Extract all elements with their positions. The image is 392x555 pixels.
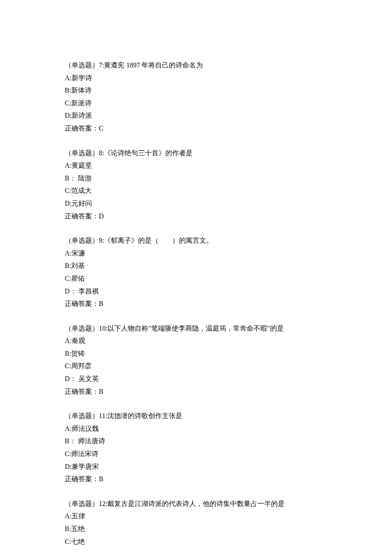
option-label: C: xyxy=(65,362,71,369)
option-text: 新派诗 xyxy=(71,99,92,107)
option-label: B: xyxy=(65,262,71,269)
option-line: B:贺铸 xyxy=(65,347,337,360)
answer-line: 正确答案：B xyxy=(65,385,337,398)
option-text: 黄庭坚 xyxy=(72,162,92,169)
option-line: B： 陆游 xyxy=(65,172,337,185)
option-text: 新学诗 xyxy=(72,74,92,81)
option-text: 师法宋诗 xyxy=(71,450,98,457)
option-text: 秦观 xyxy=(72,337,85,344)
question-prefix: （单选题）11: xyxy=(65,412,107,419)
option-label: C: xyxy=(65,538,71,545)
question-prefix: （单选题）12: xyxy=(65,500,107,507)
option-label: D: xyxy=(65,463,72,470)
option-label: C: xyxy=(65,275,71,282)
answer-label: 正确答案： xyxy=(65,212,99,220)
option-line: C:师法宋诗 xyxy=(65,447,337,460)
option-line: A:黄庭坚 xyxy=(65,159,337,172)
answer-value: B xyxy=(99,475,104,482)
question-prefix: （单选题）8: xyxy=(65,149,104,157)
question-line: （单选题）9:《郁离子》的是（ ）的寓言文。 xyxy=(65,234,337,247)
option-text: 新诗派 xyxy=(72,112,92,119)
option-text: 七绝 xyxy=(71,538,85,545)
option-label: C: xyxy=(65,187,71,194)
option-line: C:新派诗 xyxy=(65,97,337,110)
option-line: A:新学诗 xyxy=(65,72,337,84)
answer-line: 正确答案：D xyxy=(65,210,337,223)
option-line: B:刘基 xyxy=(65,259,337,272)
question-prefix: （单选题）9: xyxy=(65,237,104,244)
option-label: D： xyxy=(65,375,77,382)
document-page: （单选题）7:黄遵宪 1897 年将自己的诗命名为 A:新学诗 B:新体诗 C:… xyxy=(0,0,392,555)
answer-value: B xyxy=(99,300,104,307)
answer-label: 正确答案： xyxy=(65,388,99,395)
question-text: 《郁离子》的是（ ）的寓言文。 xyxy=(104,237,213,244)
option-line: C:七绝 xyxy=(65,535,337,548)
option-label: B: xyxy=(65,350,71,357)
answer-value: B xyxy=(99,388,104,395)
answer-label: 正确答案： xyxy=(65,125,99,132)
question-prefix: （单选题）10: xyxy=(65,325,107,332)
option-text: 贺铸 xyxy=(71,350,85,357)
option-text: 师法汉魏 xyxy=(72,425,99,432)
answer-value: D xyxy=(99,212,104,220)
option-text: 兼学唐宋 xyxy=(72,463,99,470)
option-text: 陆游 xyxy=(76,174,92,182)
question-line: （单选题）11:沈德潜的诗歌创作主张是 xyxy=(65,410,337,422)
option-line: B： 师法唐诗 xyxy=(65,435,337,447)
question-block: （单选题）11:沈德潜的诗歌创作主张是 A:师法汉魏 B： 师法唐诗 C:师法宋… xyxy=(65,410,337,485)
question-block: （单选题）8:《论诗绝句三十首》的作者是 A:黄庭坚 B： 陆游 C:范成大 D… xyxy=(65,147,337,223)
option-label: A: xyxy=(65,162,72,169)
option-line: C:范成大 xyxy=(65,184,337,197)
question-block: （单选题）10:以下人物自称"笔端驱使李商隐，温庭筠，常奔命不暇"的是 A:秦观… xyxy=(65,322,337,398)
question-text: 《论诗绝句三十首》的作者是 xyxy=(104,149,193,157)
question-block: （单选题）7:黄遵宪 1897 年将自己的诗命名为 A:新学诗 B:新体诗 C:… xyxy=(65,59,337,135)
option-text: 瞿佑 xyxy=(71,275,85,282)
option-line: A:师法汉魏 xyxy=(65,422,337,435)
answer-line: 正确答案：C xyxy=(65,122,337,135)
question-block: （单选题）12:戴复古是江湖诗派的代表诗人，他的诗集中数量占一半的是 A:五律 … xyxy=(65,497,337,548)
option-line: D： 吴文英 xyxy=(65,372,337,385)
option-label: A: xyxy=(65,512,72,520)
question-line: （单选题）12:戴复古是江湖诗派的代表诗人，他的诗集中数量占一半的是 xyxy=(65,497,337,510)
option-line: B:五绝 xyxy=(65,523,337,535)
question-block: （单选题）9:《郁离子》的是（ ）的寓言文。 A:宋濂 B:刘基 C:瞿佑 D：… xyxy=(65,234,337,310)
option-text: 刘基 xyxy=(71,262,85,269)
option-label: B: xyxy=(65,87,71,94)
option-label: B： xyxy=(65,174,76,182)
option-text: 元好问 xyxy=(72,200,92,207)
answer-value: C xyxy=(99,125,104,132)
option-line: A:秦观 xyxy=(65,334,337,347)
answer-line: 正确答案：B xyxy=(65,297,337,310)
option-text: 李昌祺 xyxy=(77,288,99,295)
option-text: 五律 xyxy=(72,512,85,520)
option-label: A: xyxy=(65,337,72,344)
option-line: B:新体诗 xyxy=(65,84,337,97)
option-line: D： 李昌祺 xyxy=(65,285,337,298)
option-label: C: xyxy=(65,99,71,107)
option-text: 新体诗 xyxy=(71,87,92,94)
option-line: A:五律 xyxy=(65,510,337,523)
option-line: C:瞿佑 xyxy=(65,272,337,285)
answer-label: 正确答案： xyxy=(65,300,99,307)
answer-line: 正确答案：B xyxy=(65,473,337,485)
option-label: C: xyxy=(65,450,71,457)
option-label: A: xyxy=(65,250,72,257)
question-line: （单选题）7:黄遵宪 1897 年将自己的诗命名为 xyxy=(65,59,337,72)
option-line: C:周邦彦 xyxy=(65,360,337,372)
option-label: D： xyxy=(65,288,77,295)
option-text: 五绝 xyxy=(71,525,85,532)
option-text: 宋濂 xyxy=(72,250,85,257)
question-text: 戴复古是江湖诗派的代表诗人，他的诗集中数量占一半的是 xyxy=(107,500,285,507)
question-line: （单选题）10:以下人物自称"笔端驱使李商隐，温庭筠，常奔命不暇"的是 xyxy=(65,322,337,335)
option-line: A:宋濂 xyxy=(65,247,337,260)
option-label: D: xyxy=(65,112,72,119)
question-text: 以下人物自称"笔端驱使李商隐，温庭筠，常奔命不暇"的是 xyxy=(107,325,283,332)
option-label: B： xyxy=(65,437,76,445)
question-prefix: （单选题）7: xyxy=(65,61,104,69)
answer-label: 正确答案： xyxy=(65,475,99,482)
option-text: 周邦彦 xyxy=(71,362,92,369)
option-text: 吴文英 xyxy=(77,375,99,382)
option-text: 师法唐诗 xyxy=(76,437,105,445)
question-text: 沈德潜的诗歌创作主张是 xyxy=(107,412,182,419)
option-label: A: xyxy=(65,74,72,81)
